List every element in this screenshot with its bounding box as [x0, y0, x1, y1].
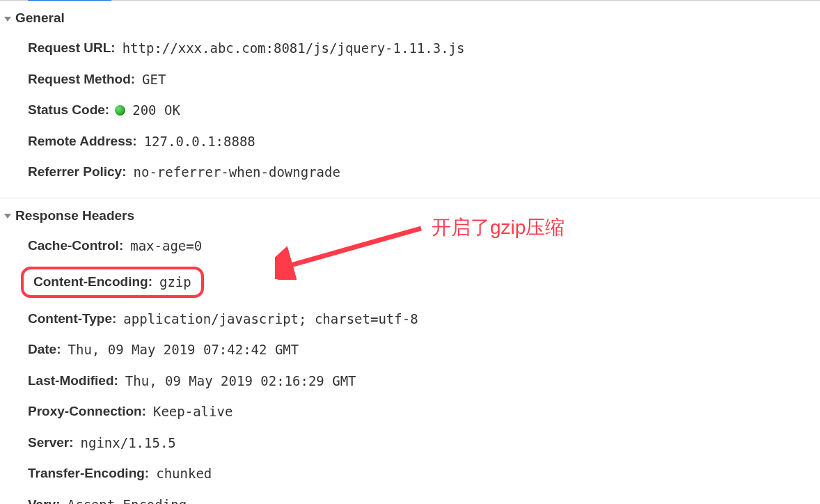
general-section-title: General: [15, 10, 65, 26]
response-headers-section: Response Headers Cache-Control: max-age=…: [0, 198, 820, 505]
request-method-value: GET: [142, 70, 166, 90]
status-code-row: Status Code: 200 OK: [28, 95, 820, 126]
remote-address-value: 127.0.0.1:8888: [144, 132, 255, 152]
proxy-connection-label: Proxy-Connection:: [28, 402, 146, 422]
content-encoding-label: Content-Encoding:: [33, 272, 152, 292]
server-value: nginx/1.15.5: [81, 433, 176, 453]
general-section: General Request URL: http://xxx.abc.com:…: [0, 1, 820, 198]
last-modified-row: Last-Modified: Thu, 09 May 2019 02:16:29…: [28, 365, 820, 397]
status-code-label: Status Code:: [28, 100, 109, 120]
annotation-text: 开启了gzip压缩: [432, 214, 565, 241]
request-method-row: Request Method: GET: [28, 64, 820, 95]
response-headers-title: Response Headers: [15, 208, 134, 223]
content-type-row: Content-Type: application/javascript; ch…: [28, 304, 820, 335]
status-ok-dot-icon: [115, 105, 125, 116]
caret-down-icon: [4, 17, 11, 22]
proxy-connection-row: Proxy-Connection: Keep-alive: [28, 396, 820, 427]
status-code-value: 200 OK: [132, 100, 180, 120]
vary-label: Vary:: [28, 495, 60, 505]
remote-address-row: Remote Address: 127.0.0.1:8888: [28, 126, 820, 157]
caret-down-icon: [4, 214, 11, 219]
referrer-policy-row: Referrer Policy: no-referrer-when-downgr…: [28, 157, 820, 188]
vary-row: Vary: Accept-Encoding: [28, 489, 820, 505]
content-encoding-value: gzip: [159, 272, 191, 292]
transfer-encoding-value: chunked: [156, 464, 212, 484]
transfer-encoding-row: Transfer-Encoding: chunked: [28, 458, 820, 489]
last-modified-value: Thu, 09 May 2019 02:16:29 GMT: [125, 371, 356, 391]
remote-address-label: Remote Address:: [28, 132, 137, 152]
content-encoding-row: Content-Encoding: gzip: [28, 261, 820, 304]
last-modified-label: Last-Modified:: [28, 371, 118, 391]
request-url-value: http://xxx.abc.com:8081/js/jquery-1.11.3…: [123, 38, 465, 58]
date-label: Date:: [28, 340, 61, 360]
cache-control-row: Cache-Control: max-age=0: [28, 230, 820, 262]
request-method-label: Request Method:: [28, 70, 135, 90]
cache-control-value: max-age=0: [130, 236, 202, 256]
transfer-encoding-label: Transfer-Encoding:: [28, 464, 149, 484]
active-tab-indicator: [28, 0, 111, 1]
general-rows: Request URL: http://xxx.abc.com:8081/js/…: [0, 33, 820, 188]
cache-control-label: Cache-Control:: [28, 236, 123, 256]
response-headers-header[interactable]: Response Headers: [0, 205, 820, 230]
proxy-connection-value: Keep-alive: [153, 402, 232, 422]
vary-value: Accept-Encoding: [67, 495, 187, 505]
request-url-label: Request URL:: [28, 38, 116, 58]
content-type-label: Content-Type:: [28, 309, 116, 329]
date-value: Thu, 09 May 2019 07:42:42 GMT: [68, 340, 299, 360]
general-section-header[interactable]: General: [0, 8, 820, 33]
content-type-value: application/javascript; charset=utf-8: [123, 309, 418, 329]
server-label: Server:: [28, 433, 74, 453]
response-rows: Cache-Control: max-age=0 Content-Encodin…: [0, 230, 820, 505]
request-url-row: Request URL: http://xxx.abc.com:8081/js/…: [28, 33, 820, 64]
referrer-policy-label: Referrer Policy:: [28, 162, 127, 182]
content-encoding-highlight: Content-Encoding: gzip: [21, 267, 204, 298]
panel-top-border: [0, 0, 820, 1]
date-row: Date: Thu, 09 May 2019 07:42:42 GMT: [28, 334, 820, 365]
server-row: Server: nginx/1.15.5: [28, 427, 820, 459]
referrer-policy-value: no-referrer-when-downgrade: [134, 162, 340, 182]
